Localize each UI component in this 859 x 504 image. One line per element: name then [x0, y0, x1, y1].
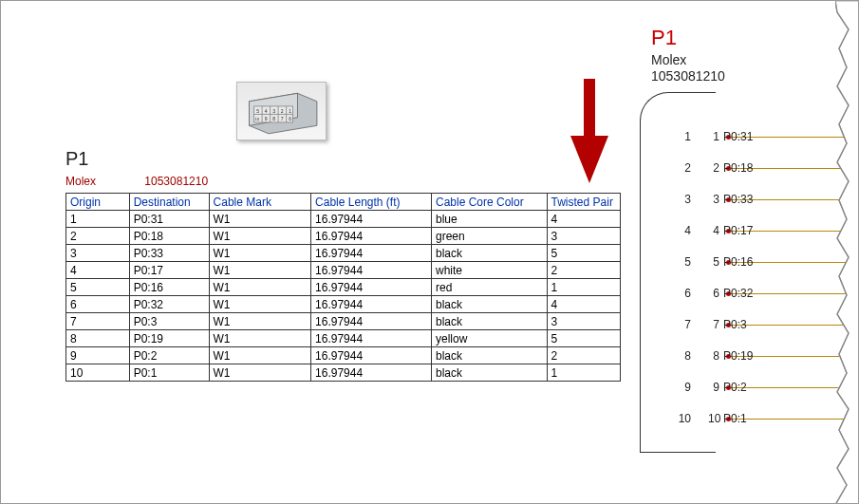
cell-color: black [432, 364, 548, 382]
cell-color: white [432, 262, 548, 279]
connector-outline [640, 92, 716, 453]
pin-row: 1010P0:1 [651, 410, 747, 427]
pin-number-inner: 5 [708, 255, 719, 269]
cell-color: black [432, 245, 548, 262]
pin-row: 55P0:16 [651, 253, 753, 271]
table-row: 6P0:32W116.97944black4 [66, 296, 621, 313]
cell-origin: 1 [66, 211, 130, 228]
connector-mfg: Molex [65, 175, 141, 188]
cell-len: 16.97944 [311, 262, 432, 279]
pin-number-inner: 1 [708, 130, 719, 143]
cell-tw: 1 [547, 279, 620, 296]
schematic-block: P1 Molex 1053081210 11P0:3122P0:1833P0:3… [651, 26, 850, 468]
cell-dest: P0:32 [129, 296, 209, 313]
svg-text:6: 6 [289, 116, 291, 121]
pin-row: 44P0:17 [651, 222, 753, 239]
cell-len: 16.97944 [311, 228, 432, 245]
cell-origin: 2 [66, 228, 130, 245]
cell-mark: W1 [209, 313, 311, 330]
cell-color: black [432, 296, 548, 313]
cell-dest: P0:17 [129, 262, 209, 279]
svg-text:4: 4 [265, 108, 268, 114]
connector-ref: P1 [65, 96, 621, 170]
cell-dest: P0:1 [129, 364, 209, 382]
cell-origin: 4 [66, 262, 130, 279]
cell-dest: P0:31 [129, 211, 209, 228]
col-cable-mark: Cable Mark [209, 194, 311, 211]
cell-len: 16.97944 [311, 347, 432, 364]
pin-number-inner: 2 [708, 161, 719, 175]
cell-dest: P0:2 [129, 347, 209, 364]
torn-edge-decoration [835, 1, 859, 504]
pin-row: 99P0:2 [651, 379, 747, 396]
cell-tw: 1 [547, 364, 620, 382]
cell-tw: 2 [547, 347, 620, 364]
table-row: 10P0:1W116.97944black1 [66, 364, 621, 382]
pin-number-inner: 4 [708, 224, 719, 237]
schematic-diagram: 11P0:3122P0:1833P0:3344P0:1755P0:1666P0:… [651, 98, 850, 468]
pin-number-inner: 8 [708, 349, 719, 363]
cell-origin: 3 [66, 245, 130, 262]
pin-number-outer: 3 [651, 193, 708, 206]
table-row: 7P0:3W116.97944black3 [66, 313, 621, 330]
table-row: 5P0:16W116.97944red1 [66, 279, 621, 296]
cell-origin: 5 [66, 279, 130, 296]
cell-tw: 4 [547, 211, 620, 228]
red-arrow-icon [570, 79, 608, 183]
cell-origin: 8 [66, 330, 130, 347]
cell-len: 16.97944 [311, 211, 432, 228]
schematic-mfg: Molex [651, 52, 850, 68]
pin-number-outer: 4 [651, 224, 708, 237]
svg-text:2: 2 [281, 108, 284, 114]
cell-color: red [432, 279, 548, 296]
pin-signal-label: P0:2 [723, 381, 747, 394]
connector-image: 5 4 3 2 1 10 9 8 7 6 [236, 82, 327, 140]
col-cable-color: Cable Core Color [432, 194, 548, 211]
pin-signal-label: P0:16 [723, 255, 753, 269]
pin-row: 33P0:33 [651, 191, 753, 208]
table-row: 3P0:33W116.97944black5 [66, 245, 621, 262]
cell-mark: W1 [209, 262, 311, 279]
cell-mark: W1 [209, 245, 311, 262]
svg-text:9: 9 [265, 116, 268, 121]
table-row: 2P0:18W116.97944green3 [66, 228, 621, 245]
svg-text:3: 3 [272, 108, 275, 114]
pin-signal-label: P0:19 [723, 349, 753, 363]
pin-number-outer: 10 [651, 412, 708, 425]
pin-signal-label: P0:31 [723, 130, 753, 143]
pin-number-outer: 9 [651, 381, 708, 394]
pin-row: 77P0:3 [651, 316, 747, 333]
table-row: 4P0:17W116.97944white2 [66, 262, 621, 279]
cell-color: black [432, 347, 548, 364]
pin-number-outer: 1 [651, 130, 708, 143]
pin-number-outer: 8 [651, 349, 708, 363]
svg-text:10: 10 [254, 117, 259, 121]
cell-origin: 6 [66, 296, 130, 313]
svg-text:5: 5 [256, 108, 259, 114]
cell-len: 16.97944 [311, 279, 432, 296]
cell-dest: P0:19 [129, 330, 209, 347]
pin-number-inner: 6 [708, 287, 719, 300]
cell-mark: W1 [209, 296, 311, 313]
cell-len: 16.97944 [311, 245, 432, 262]
pin-row: 22P0:18 [651, 159, 753, 177]
pin-row: 66P0:32 [651, 285, 753, 302]
table-row: 9P0:2W116.97944black2 [66, 347, 621, 364]
pin-row: 88P0:19 [651, 347, 753, 364]
cell-tw: 2 [547, 262, 620, 279]
schematic-partnum: 1053081210 [651, 68, 850, 84]
cell-tw: 3 [547, 228, 620, 245]
cell-mark: W1 [209, 330, 311, 347]
cell-len: 16.97944 [311, 296, 432, 313]
svg-text:8: 8 [272, 116, 275, 121]
col-destination: Destination [129, 194, 209, 211]
pin-number-inner: 7 [708, 318, 719, 331]
connector-subtitle: Molex 1053081210 [65, 175, 208, 188]
cell-tw: 5 [547, 330, 620, 347]
connector-report: 5 4 3 2 1 10 9 8 7 6 P1 Molex 1053081210… [65, 96, 621, 382]
connector-partnum: 1053081210 [144, 175, 208, 188]
svg-text:1: 1 [289, 108, 291, 114]
pin-signal-label: P0:1 [723, 412, 747, 425]
pin-table: Origin Destination Cable Mark Cable Leng… [65, 193, 621, 382]
table-header-row: Origin Destination Cable Mark Cable Leng… [66, 194, 621, 211]
